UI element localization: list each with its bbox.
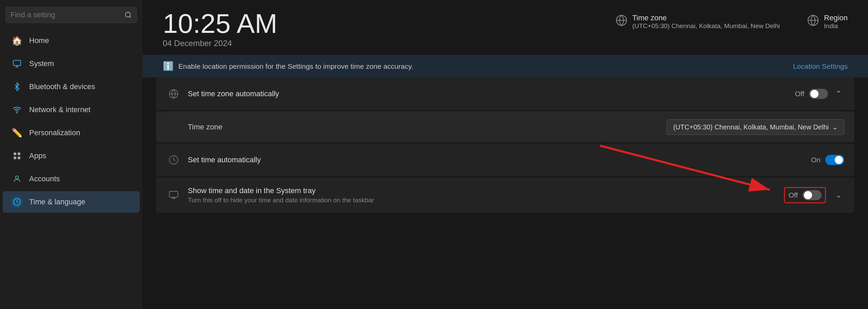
system-icon — [11, 58, 23, 70]
tray-icon — [166, 188, 181, 203]
main-panel: 10:25 AM 04 December 2024 Time zone (UTC… — [142, 0, 868, 309]
time-auto-title: Set time automatically — [188, 156, 804, 164]
region-text: Region India — [824, 14, 848, 30]
svg-rect-9 — [18, 157, 20, 159]
sidebar-item-system[interactable]: System — [3, 53, 140, 75]
clock-section: 10:25 AM 04 December 2024 — [163, 10, 277, 48]
svg-point-5 — [17, 112, 17, 113]
time-auto-icon — [166, 152, 181, 167]
sidebar-item-network[interactable]: Network & internet — [3, 99, 140, 121]
region-label: Region — [824, 14, 848, 22]
timezone-dropdown[interactable]: (UTC+05:30) Chennai, Kolkata, Mumbai, Ne… — [667, 119, 844, 135]
header: 10:25 AM 04 December 2024 Time zone (UTC… — [142, 0, 868, 55]
timezone-sub-row: Time zone (UTC+05:30) Chennai, Kolkata, … — [156, 111, 854, 142]
sidebar-item-personalization[interactable]: ✏️ Personalization — [3, 122, 140, 144]
tray-title: Show time and date in the System tray — [188, 186, 777, 195]
svg-rect-19 — [170, 191, 178, 198]
timezone-globe-icon — [615, 14, 628, 29]
tray-text: Show time and date in the System tray Tu… — [188, 186, 777, 204]
set-timezone-auto-row[interactable]: Set time zone automatically Off ⌃ — [156, 78, 854, 110]
sidebar-label-bluetooth: Bluetooth & devices — [29, 82, 95, 91]
dropdown-chevron-icon: ⌄ — [832, 123, 838, 131]
sidebar-label-personalization: Personalization — [29, 128, 80, 137]
home-icon: 🏠 — [11, 35, 23, 47]
timezone-label: Time zone — [632, 14, 780, 22]
region-value: India — [824, 22, 848, 30]
sidebar-label-network: Network & internet — [29, 105, 91, 114]
settings-list: Set time zone automatically Off ⌃ Time z… — [142, 78, 868, 309]
region-info: Region India — [807, 14, 848, 30]
tray-control: Off — [784, 187, 826, 203]
accounts-icon — [11, 173, 23, 185]
region-globe-icon — [807, 14, 819, 29]
time-auto-control: On — [811, 155, 844, 165]
timezone-auto-icon — [166, 86, 181, 101]
sidebar-item-apps[interactable]: Apps — [3, 145, 140, 167]
time-icon — [11, 196, 23, 208]
location-settings-link[interactable]: Location Settings — [793, 62, 848, 70]
timezone-value: (UTC+05:30) Chennai, Kolkata, Mumbai, Ne… — [632, 22, 780, 30]
apps-icon — [11, 150, 23, 162]
timezone-auto-status: Off — [795, 90, 804, 98]
timezone-text: Time zone (UTC+05:30) Chennai, Kolkata, … — [632, 14, 780, 30]
sidebar-label-home: Home — [29, 36, 49, 45]
sidebar: 🏠 Home System Bluetooth & devices Networ… — [0, 0, 142, 309]
svg-rect-2 — [13, 60, 21, 65]
timezone-info: Time zone (UTC+05:30) Chennai, Kolkata, … — [615, 14, 780, 30]
tray-subtitle: Turn this off to hide your time and date… — [188, 197, 777, 204]
svg-rect-7 — [18, 152, 20, 155]
timezone-dropdown-value: (UTC+05:30) Chennai, Kolkata, Mumbai, Ne… — [673, 123, 829, 131]
search-bar[interactable] — [5, 7, 137, 23]
tray-status: Off — [788, 191, 798, 199]
timezone-sub-label: Time zone — [166, 123, 667, 131]
time-auto-text: Set time automatically — [188, 156, 804, 164]
tray-toggle[interactable] — [803, 190, 822, 200]
sidebar-item-time[interactable]: Time & language — [3, 191, 140, 213]
main-content: 10:25 AM 04 December 2024 Time zone (UTC… — [142, 0, 868, 309]
network-icon — [11, 104, 23, 116]
personalization-icon: ✏️ — [11, 127, 23, 139]
time-display: 10:25 AM — [163, 10, 277, 37]
search-input[interactable] — [11, 11, 121, 19]
time-auto-status: On — [811, 156, 821, 164]
date-display: 04 December 2024 — [163, 39, 277, 48]
svg-point-0 — [125, 12, 131, 17]
svg-rect-8 — [14, 157, 16, 159]
sidebar-item-accounts[interactable]: Accounts — [3, 168, 140, 190]
set-time-auto-row[interactable]: Set time automatically On — [156, 144, 854, 176]
search-icon — [124, 11, 132, 19]
sidebar-item-bluetooth[interactable]: Bluetooth & devices — [3, 76, 140, 98]
timezone-auto-title: Set time zone automatically — [188, 89, 788, 98]
timezone-auto-control: Off ⌃ — [795, 88, 844, 100]
tray-chevron[interactable]: ⌄ — [833, 189, 844, 201]
svg-line-1 — [130, 16, 131, 18]
info-icon: ℹ️ — [163, 61, 174, 71]
timezone-auto-toggle[interactable] — [809, 89, 828, 99]
header-right: Time zone (UTC+05:30) Chennai, Kolkata, … — [615, 14, 848, 30]
location-message: Enable location permission for the Setti… — [178, 62, 413, 70]
sidebar-label-time: Time & language — [29, 198, 85, 206]
timezone-auto-text: Set time zone automatically — [188, 89, 788, 98]
sidebar-label-apps: Apps — [29, 151, 46, 160]
sidebar-label-accounts: Accounts — [29, 174, 60, 183]
sidebar-item-home[interactable]: 🏠 Home — [3, 30, 140, 52]
svg-rect-6 — [14, 152, 16, 155]
timezone-sub-inner: Time zone (UTC+05:30) Chennai, Kolkata, … — [166, 111, 844, 142]
time-auto-toggle[interactable] — [825, 155, 844, 165]
timezone-auto-chevron[interactable]: ⌃ — [833, 88, 844, 100]
sidebar-label-system: System — [29, 59, 54, 68]
show-tray-row[interactable]: Show time and date in the System tray Tu… — [156, 178, 854, 213]
bluetooth-icon — [11, 81, 23, 93]
location-bar: ℹ️ Enable location permission for the Se… — [142, 55, 868, 78]
svg-point-10 — [16, 176, 19, 179]
